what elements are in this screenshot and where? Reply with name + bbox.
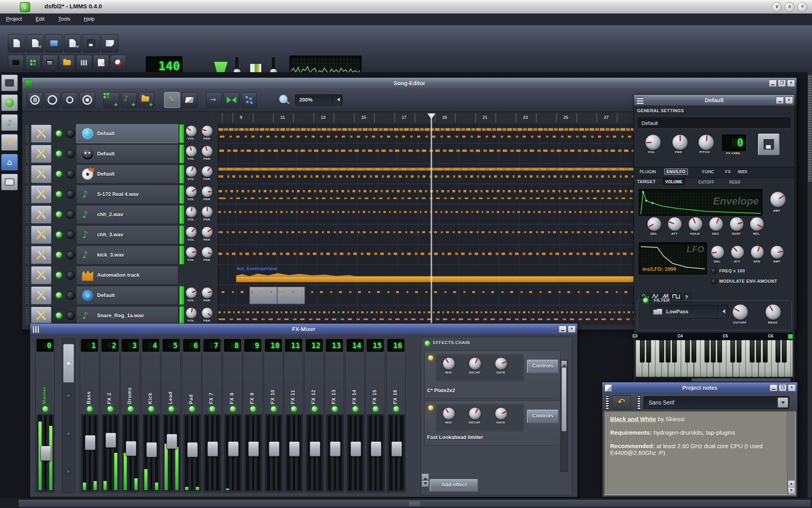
track-pan-knob[interactable] [201, 287, 213, 299]
track-actions-button[interactable] [31, 307, 52, 325]
project-notes-toggle-button[interactable] [93, 55, 109, 71]
mixer-scroll-thumb[interactable] [63, 344, 74, 383]
track-volume-knob[interactable] [186, 186, 197, 197]
piano-keyboard[interactable] [636, 340, 793, 377]
piano-scroll-thumb[interactable] [691, 378, 791, 381]
channel-led[interactable] [372, 406, 379, 412]
track-mute-led[interactable] [56, 150, 62, 157]
track-name-plate[interactable]: ♪S-172 Real 4.wav [76, 185, 178, 204]
track-mute-led[interactable] [56, 171, 62, 177]
instrument-pan-knob[interactable] [672, 134, 688, 150]
target-cutoff[interactable]: CUTOFF [698, 180, 714, 184]
tab-env-lfo[interactable]: ENV/LFO [664, 169, 688, 175]
mixer-channel[interactable]: 884Kick [141, 338, 161, 493]
piano-black-key[interactable] [691, 340, 696, 362]
track-grip-handle[interactable] [25, 226, 29, 243]
track-mute-led[interactable] [56, 191, 62, 197]
menu-project[interactable]: Project [0, 13, 28, 22]
track-volume-knob[interactable] [186, 146, 197, 157]
channel-led[interactable] [352, 406, 359, 412]
channel-led[interactable] [291, 406, 297, 412]
font-family-combo[interactable]: Sans Serif [643, 396, 789, 409]
track-volume-knob[interactable] [186, 287, 197, 299]
recover-session-button[interactable] [45, 34, 63, 52]
loop-marker-button[interactable] [224, 92, 239, 108]
channel-fader-handle[interactable] [248, 441, 259, 456]
effect-slot[interactable]: W/DDECAYGATEControlsC* Plate2x2 [424, 351, 561, 399]
track-solo-knob[interactable] [66, 230, 75, 239]
track-grip-handle[interactable] [25, 125, 29, 142]
track-pan-knob[interactable] [201, 206, 213, 218]
menu-edit[interactable]: Edit [30, 13, 50, 22]
envelope-att-knob[interactable] [668, 217, 682, 231]
track-grip-handle[interactable] [25, 205, 29, 223]
channel-led[interactable] [250, 406, 257, 412]
track-name-plate[interactable]: ♪chh_3.wav [76, 225, 178, 244]
envelope-graph[interactable]: Envelope [639, 189, 762, 216]
sidebar-sounds-button[interactable]: ♪ [1, 114, 18, 131]
track-pan-knob[interactable] [201, 307, 213, 319]
sidebar-instruments-button[interactable] [1, 75, 18, 91]
toolbar-grip[interactable] [637, 396, 641, 409]
filter-dropdown-button[interactable] [717, 305, 728, 317]
piano-black-key[interactable] [763, 340, 768, 362]
track-name-plate[interactable]: Default [76, 286, 178, 305]
track-actions-button[interactable] [31, 165, 52, 183]
track-solo-knob[interactable] [66, 190, 75, 199]
song-editor-close-button[interactable]: × [787, 80, 795, 87]
instrument-name-field[interactable]: Default [638, 118, 790, 129]
track-mute-led[interactable] [56, 231, 62, 238]
effect-controls-button[interactable]: Controls [527, 410, 559, 423]
piano-black-key[interactable] [705, 340, 709, 362]
channel-fader-handle[interactable] [85, 435, 96, 450]
channel-led[interactable] [209, 406, 216, 412]
zoom-combo-arrow-button[interactable] [332, 95, 342, 104]
track-actions-button[interactable] [31, 205, 52, 224]
channel-fader-handle[interactable] [228, 441, 239, 456]
mixer-bank-scrollbar[interactable] [62, 338, 75, 493]
reload-project-button[interactable] [64, 34, 81, 52]
save-preset-button[interactable] [758, 134, 779, 155]
track-actions-button[interactable] [31, 145, 52, 163]
track-grip-handle[interactable] [25, 165, 29, 182]
piano-black-key[interactable] [685, 340, 690, 362]
track-name-plate[interactable]: ♪Snare_Reg_1a.wav [76, 306, 178, 325]
record-button[interactable] [44, 92, 60, 108]
track-actions-button[interactable] [31, 125, 52, 143]
project-notes-content[interactable]: Black and White by Skiessi Requirements:… [604, 411, 796, 495]
track-solo-knob[interactable] [66, 251, 75, 259]
track-actions-button[interactable] [31, 266, 52, 284]
track-volume-knob[interactable] [186, 307, 197, 319]
notes-scrollbar[interactable]: ▲ ▼ [787, 412, 795, 495]
save-project-button[interactable] [82, 34, 100, 52]
sidebar-presets-button[interactable]: ★ [1, 134, 18, 151]
effect-slot[interactable]: W/DDECAYGATEControlsFast Lookahead limit… [424, 401, 561, 446]
effects-scroll-down-button[interactable] [421, 480, 429, 487]
piano-black-key[interactable] [756, 340, 761, 362]
mixer-channel[interactable]: 881Bass [80, 338, 99, 493]
channel-fader-handle[interactable] [371, 441, 381, 456]
effects-scroll-up-button[interactable] [561, 360, 567, 367]
track-mute-led[interactable] [56, 130, 62, 137]
channel-led[interactable] [270, 406, 277, 412]
playhead-marker[interactable] [427, 113, 435, 123]
tab-func[interactable]: FUNC [702, 169, 714, 174]
piano-black-key[interactable] [750, 340, 755, 362]
track-solo-knob[interactable] [66, 210, 75, 219]
mixer-channel[interactable]: 8816FX 16 [386, 338, 406, 493]
instrument-minimize-button[interactable]: ▁ [776, 97, 784, 104]
edit-mode-button[interactable] [182, 92, 197, 108]
track-actions-button[interactable] [31, 226, 52, 244]
track-name-plate[interactable]: Default [76, 144, 178, 163]
effect-gate-knob[interactable] [495, 357, 508, 370]
bb-editor-toggle-button[interactable] [25, 55, 41, 71]
mixer-channel[interactable]: 886Pad [182, 338, 201, 493]
effect-w-d-knob[interactable] [442, 357, 455, 370]
instrument-close-button[interactable]: × [785, 97, 793, 104]
effect-decay-knob[interactable] [469, 407, 481, 420]
track-name-plate[interactable]: ♪kick_3.wav [76, 245, 178, 265]
piano-black-key[interactable] [711, 340, 716, 362]
workspace-scrollbar[interactable] [807, 72, 812, 498]
channel-fader-handle[interactable] [330, 441, 341, 456]
mixer-channel[interactable]: 889FX 9 [243, 338, 262, 493]
